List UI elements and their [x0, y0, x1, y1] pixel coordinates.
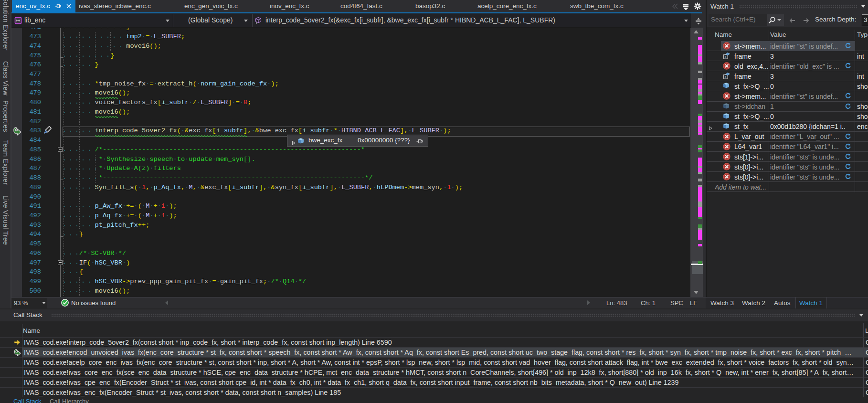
svg-text:1: 1: [725, 75, 727, 79]
svg-text:1: 1: [725, 55, 727, 59]
